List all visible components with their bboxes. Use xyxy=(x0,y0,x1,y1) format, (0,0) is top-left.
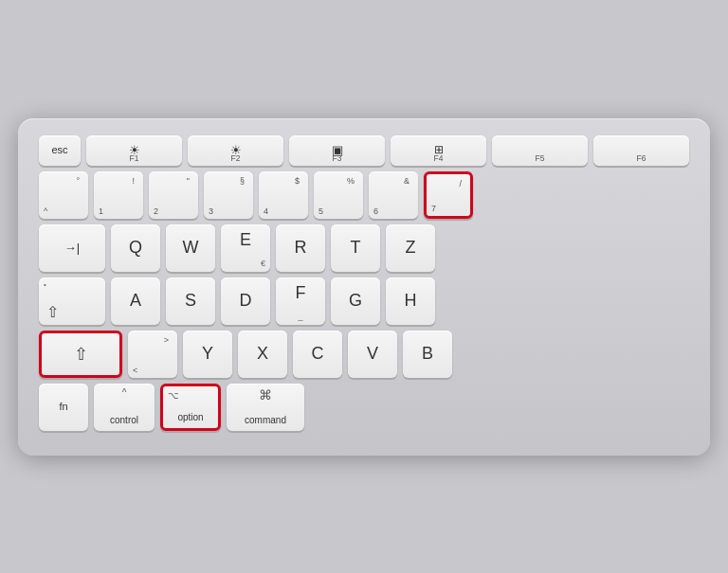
key-f1-label: F1 xyxy=(86,153,182,163)
key-h[interactable]: H xyxy=(386,278,435,325)
key-4[interactable]: $ 4 xyxy=(259,171,308,219)
key-angle[interactable]: > < xyxy=(128,331,177,378)
key-3[interactable]: § 3 xyxy=(204,171,253,219)
key-fn-label: fn xyxy=(59,401,67,413)
key-y-label: Y xyxy=(202,344,213,365)
key-3-top: § xyxy=(240,176,245,186)
key-e-label: E xyxy=(240,230,251,251)
key-a-label: A xyxy=(130,291,141,312)
key-shift-left-icon: ⇧ xyxy=(74,344,88,365)
key-a[interactable]: A xyxy=(111,278,160,325)
key-caret[interactable]: ° ^ xyxy=(39,171,88,219)
bottom-row: ⇧ > < Y X C V B xyxy=(39,331,689,378)
key-f3-label: F3 xyxy=(289,153,385,163)
key-1-top: ! xyxy=(132,176,135,186)
key-control-caret: ^ xyxy=(122,387,127,398)
key-y[interactable]: Y xyxy=(183,331,232,378)
key-h-label: H xyxy=(405,291,417,312)
key-q[interactable]: Q xyxy=(111,224,160,272)
key-b[interactable]: B xyxy=(403,331,452,378)
key-2-bottom: 2 xyxy=(154,206,158,216)
key-2[interactable]: " 2 xyxy=(149,171,198,219)
key-caps-shift: ⇧ xyxy=(46,303,59,321)
key-f5-label: F5 xyxy=(492,153,588,163)
key-d-label: D xyxy=(240,291,252,312)
key-tab-label: →| xyxy=(64,241,80,256)
key-5[interactable]: % 5 xyxy=(314,171,363,219)
num-row: ° ^ ! 1 " 2 § 3 $ 4 % 5 & 6 / 7 xyxy=(39,171,689,219)
fn-row: esc ☀ F1 ☀ F2 ▣ F3 ⊞ F4 F5 F6 xyxy=(39,135,689,166)
key-f-label: F xyxy=(296,283,306,304)
key-option-symbol: ⌥ xyxy=(168,390,179,401)
key-control-label: control xyxy=(110,415,138,426)
key-w[interactable]: W xyxy=(166,224,215,272)
key-t[interactable]: T xyxy=(331,224,380,272)
key-fn[interactable]: fn xyxy=(39,384,88,431)
key-e-euro: € xyxy=(261,259,265,268)
key-7[interactable]: / 7 xyxy=(424,171,473,219)
key-6-top: & xyxy=(404,176,410,186)
key-esc[interactable]: esc xyxy=(39,135,81,166)
key-tab[interactable]: →| xyxy=(39,224,105,272)
key-5-top: % xyxy=(347,176,355,186)
key-f3[interactable]: ▣ F3 xyxy=(289,135,385,166)
key-command[interactable]: ⌘ command xyxy=(227,384,304,431)
key-d[interactable]: D xyxy=(221,278,270,325)
key-6[interactable]: & 6 xyxy=(369,171,418,219)
space-row: fn ^ control ⌥ option ⌘ command xyxy=(39,384,689,431)
key-c[interactable]: C xyxy=(293,331,342,378)
key-esc-label: esc xyxy=(51,144,67,156)
key-5-bottom: 5 xyxy=(318,206,323,216)
key-r-label: R xyxy=(295,238,307,259)
key-shift-left[interactable]: ⇧ xyxy=(39,331,122,378)
key-f-underscore: _ xyxy=(298,312,302,321)
key-v-label: V xyxy=(367,344,378,365)
key-r[interactable]: R xyxy=(276,224,325,272)
key-caps[interactable]: • ⇧ xyxy=(39,278,105,325)
key-option-label: option xyxy=(177,412,203,423)
key-z-label: Z xyxy=(406,238,416,259)
key-angle-bottom: < xyxy=(133,366,137,375)
qwerty-row: →| Q W E € R T Z xyxy=(39,224,689,272)
key-w-label: W xyxy=(183,238,199,259)
key-3-bottom: 3 xyxy=(209,206,213,216)
key-7-bottom: 7 xyxy=(431,204,436,213)
key-f2-label: F2 xyxy=(188,153,283,163)
key-f6-label: F6 xyxy=(593,153,689,163)
key-x[interactable]: X xyxy=(238,331,287,378)
key-caret-bottom: ^ xyxy=(44,206,47,216)
keyboard: esc ☀ F1 ☀ F2 ▣ F3 ⊞ F4 F5 F6 ° ^ xyxy=(18,118,710,456)
key-1-bottom: 1 xyxy=(99,206,103,216)
key-f5[interactable]: F5 xyxy=(492,135,588,166)
key-f6[interactable]: F6 xyxy=(593,135,689,166)
key-c-label: C xyxy=(312,344,324,365)
key-6-bottom: 6 xyxy=(373,206,378,216)
key-command-symbol: ⌘ xyxy=(259,387,272,403)
key-command-label: command xyxy=(245,415,286,426)
key-g[interactable]: G xyxy=(331,278,380,325)
key-g-label: G xyxy=(349,291,362,312)
key-f4[interactable]: ⊞ F4 xyxy=(391,135,486,166)
key-option[interactable]: ⌥ option xyxy=(160,384,221,431)
key-angle-top: > xyxy=(164,335,169,345)
key-x-label: X xyxy=(257,344,268,365)
asdf-row: • ⇧ A S D F _ G H xyxy=(39,278,689,325)
key-v[interactable]: V xyxy=(348,331,397,378)
key-f1[interactable]: ☀ F1 xyxy=(86,135,182,166)
key-f[interactable]: F _ xyxy=(276,278,325,325)
key-control[interactable]: ^ control xyxy=(94,384,155,431)
key-f4-label: F4 xyxy=(391,153,486,163)
key-q-label: Q xyxy=(129,238,142,259)
key-t-label: T xyxy=(351,238,361,259)
key-4-top: $ xyxy=(295,176,300,186)
key-z[interactable]: Z xyxy=(386,224,435,272)
key-e[interactable]: E € xyxy=(221,224,270,272)
key-1[interactable]: ! 1 xyxy=(94,171,143,219)
key-s[interactable]: S xyxy=(166,278,215,325)
key-b-label: B xyxy=(422,344,433,365)
key-caps-dot: • xyxy=(44,280,46,289)
key-s-label: S xyxy=(185,291,196,312)
key-f2[interactable]: ☀ F2 xyxy=(188,135,283,166)
key-4-bottom: 4 xyxy=(264,206,268,216)
key-7-top: / xyxy=(459,179,462,188)
